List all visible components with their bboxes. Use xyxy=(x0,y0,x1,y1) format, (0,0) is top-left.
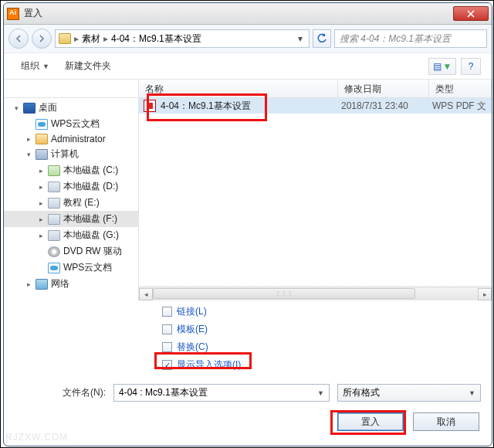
scroll-thumb[interactable]: ⋮⋮⋮ xyxy=(153,288,415,299)
expand-icon[interactable]: ▸ xyxy=(25,280,32,287)
filename-label: 文件名(N): xyxy=(15,386,106,399)
file-list[interactable]: 4-04：Mc9.1基本设置 2018/7/31 23:40 WPS PDF 文 xyxy=(139,98,492,287)
tree-item-drive-e[interactable]: ▸教程 (E:) xyxy=(4,195,138,211)
expand-icon[interactable]: ▸ xyxy=(25,136,32,143)
tree-item-admin[interactable]: ▸Administrator xyxy=(4,132,138,146)
dvd-icon xyxy=(48,246,60,257)
tree-item-dvd[interactable]: DVD RW 驱动 xyxy=(4,243,138,260)
file-row[interactable]: 4-04：Mc9.1基本设置 2018/7/31 23:40 WPS PDF 文 xyxy=(139,98,492,114)
dialog-window: 置入 ▸ 素材 ▸ 4-04：Mc9.1基本设置 ▾ 搜索 4-04：Mc9.1… xyxy=(3,2,492,446)
checkbox-icon[interactable] xyxy=(162,307,172,317)
path-dropdown-icon[interactable]: ▾ xyxy=(295,33,306,44)
forward-button[interactable] xyxy=(32,29,52,49)
place-button[interactable]: 置入 xyxy=(337,412,404,431)
dialog-buttons: 置入 取消 xyxy=(4,402,492,431)
drive-icon xyxy=(48,214,60,225)
scroll-left-button[interactable]: ◂ xyxy=(139,288,153,300)
expand-icon[interactable]: ▸ xyxy=(38,183,45,190)
arrow-left-icon xyxy=(14,34,23,43)
scroll-right-button[interactable]: ▸ xyxy=(478,288,492,300)
expand-icon[interactable]: ▸ xyxy=(38,216,45,222)
tree-item-drive-c[interactable]: ▸本地磁盘 (C:) xyxy=(4,162,138,178)
tree-item-desktop[interactable]: ▾桌面 xyxy=(4,100,138,116)
expand-icon[interactable]: ▸ xyxy=(38,232,45,239)
drive-icon xyxy=(48,165,60,176)
organize-menu[interactable]: 组织▼ xyxy=(15,56,56,76)
breadcrumb-path[interactable]: ▸ 素材 ▸ 4-04：Mc9.1基本设置 ▾ xyxy=(55,29,310,48)
col-header-name[interactable]: 名称 xyxy=(139,80,338,97)
chevron-down-icon[interactable]: ▼ xyxy=(469,389,475,397)
file-type: WPS PDF 文 xyxy=(432,100,492,113)
close-button[interactable] xyxy=(453,6,489,21)
title-bar: 置入 xyxy=(4,3,492,25)
computer-icon xyxy=(36,149,48,160)
scroll-track[interactable]: ⋮⋮⋮ xyxy=(153,288,478,300)
network-icon xyxy=(36,279,48,290)
col-header-date[interactable]: 修改日期 xyxy=(338,80,429,97)
option-replace[interactable]: 替换(C) xyxy=(162,341,492,354)
chevron-right-icon: ▸ xyxy=(73,33,80,44)
refresh-button[interactable] xyxy=(313,29,331,48)
tree-item-drive-g[interactable]: ▸本地磁盘 (G:) xyxy=(4,227,138,243)
drive-icon xyxy=(48,198,60,209)
tree-item-network[interactable]: ▸网络 xyxy=(4,276,138,292)
folder-icon xyxy=(59,33,71,44)
breadcrumb-seg-1[interactable]: 素材 xyxy=(82,32,100,46)
window-title: 置入 xyxy=(24,7,453,20)
new-folder-button[interactable]: 新建文件夹 xyxy=(59,56,117,76)
drive-icon xyxy=(48,182,60,192)
folder-tree[interactable]: ▾桌面 WPS云文档 ▸Administrator ▾计算机 ▸本地磁盘 (C:… xyxy=(4,80,139,300)
breadcrumb-seg-2[interactable]: 4-04：Mc9.1基本设置 xyxy=(111,32,201,46)
checkbox-icon[interactable] xyxy=(162,342,172,352)
view-icon: ▤ xyxy=(433,61,442,72)
arrow-right-icon xyxy=(37,34,46,43)
file-name: 4-04：Mc9.1基本设置 xyxy=(161,100,341,113)
help-icon: ? xyxy=(469,61,474,72)
user-folder-icon xyxy=(36,134,48,144)
tree-item-drive-d[interactable]: ▸本地磁盘 (D:) xyxy=(4,178,138,195)
drive-icon xyxy=(48,230,60,241)
watermark: RJZXW.COM xyxy=(5,432,68,443)
search-input[interactable]: 搜索 4-04：Mc9.1基本设置 xyxy=(334,29,487,48)
cloud-icon xyxy=(36,119,48,130)
chevron-down-icon[interactable]: ▼ xyxy=(317,389,324,397)
import-options: 链接(L) 模板(E) 替换(C) 显示导入选项(I) xyxy=(4,300,492,376)
help-button[interactable]: ? xyxy=(461,58,481,75)
view-options-button[interactable]: ▤▼ xyxy=(428,58,456,75)
checkbox-checked-icon[interactable] xyxy=(162,360,172,370)
pdf-file-icon xyxy=(144,100,156,112)
horizontal-scrollbar[interactable]: ◂ ⋮⋮⋮ ▸ xyxy=(139,287,492,300)
toolbar: 组织▼ 新建文件夹 ▤▼ ? xyxy=(4,53,492,80)
option-show-import[interactable]: 显示导入选项(I) xyxy=(162,358,492,372)
refresh-icon xyxy=(316,33,327,44)
filename-row: 文件名(N): 4-04 : Mc9.1基本设置▼ 所有格式▼ xyxy=(4,376,492,402)
collapse-icon[interactable]: ▾ xyxy=(13,104,20,111)
file-date: 2018/7/31 23:40 xyxy=(341,100,432,111)
cancel-button[interactable]: 取消 xyxy=(413,412,479,431)
format-select[interactable]: 所有格式▼ xyxy=(337,384,481,402)
desktop-icon xyxy=(23,103,36,114)
option-link[interactable]: 链接(L) xyxy=(162,305,492,318)
chevron-right-icon: ▸ xyxy=(102,33,110,44)
list-header: 名称 修改日期 类型 xyxy=(139,80,492,98)
tree-item-computer[interactable]: ▾计算机 xyxy=(4,146,138,162)
tree-item-wps-cloud-2[interactable]: WPS云文档 xyxy=(4,260,138,276)
search-placeholder: 搜索 4-04：Mc9.1基本设置 xyxy=(340,32,451,46)
nav-row: ▸ 素材 ▸ 4-04：Mc9.1基本设置 ▾ 搜索 4-04：Mc9.1基本设… xyxy=(4,25,492,53)
app-icon xyxy=(7,8,19,20)
back-button[interactable] xyxy=(8,29,29,49)
file-list-area: 名称 修改日期 类型 4-04：Mc9.1基本设置 2018/7/31 23:4… xyxy=(139,80,492,300)
col-header-type[interactable]: 类型 xyxy=(429,80,492,97)
collapse-icon[interactable]: ▾ xyxy=(25,151,32,158)
expand-icon[interactable]: ▸ xyxy=(38,167,45,174)
expand-icon[interactable]: ▸ xyxy=(38,199,45,206)
checkbox-icon[interactable] xyxy=(162,324,172,334)
tree-item-wps-cloud[interactable]: WPS云文档 xyxy=(4,116,138,132)
close-icon xyxy=(467,10,475,18)
body: ▾桌面 WPS云文档 ▸Administrator ▾计算机 ▸本地磁盘 (C:… xyxy=(4,80,492,300)
chevron-down-icon: ▼ xyxy=(42,63,49,70)
tree-item-drive-f[interactable]: ▸本地磁盘 (F:) xyxy=(4,211,138,227)
option-template[interactable]: 模板(E) xyxy=(162,323,492,336)
filename-input[interactable]: 4-04 : Mc9.1基本设置▼ xyxy=(113,384,330,402)
cloud-icon xyxy=(48,263,60,273)
